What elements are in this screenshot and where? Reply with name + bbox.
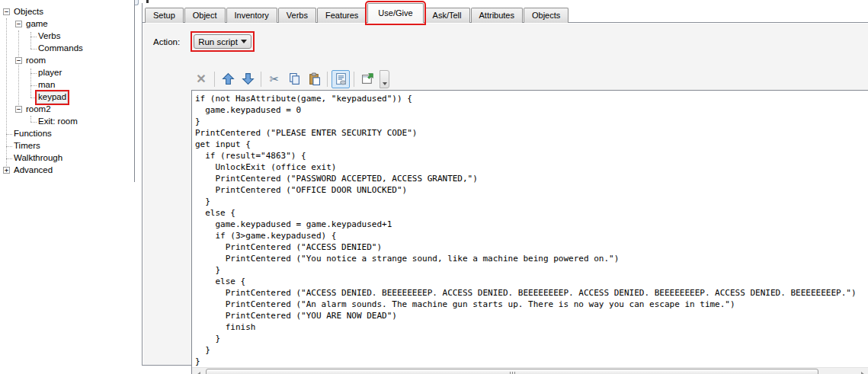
tree-item-label: Commands xyxy=(37,43,85,55)
chevron-down-icon xyxy=(241,40,247,43)
tree-connector xyxy=(6,18,7,171)
tree-connector xyxy=(6,146,12,147)
tree-item-label: room2 xyxy=(24,104,53,116)
tree-item-label: Exit: room xyxy=(37,116,79,128)
tree-item-label: Advanced xyxy=(12,165,54,177)
tree-connector xyxy=(30,73,37,74)
tree-connector xyxy=(30,49,37,50)
tree-connector xyxy=(30,32,31,49)
action-dropdown-value: Run script xyxy=(198,37,241,46)
tree-connector xyxy=(6,134,12,135)
use-give-tab-page: Action: Run script ✕✂ if (not HasAttribu… xyxy=(142,22,868,366)
script-toolbar: ✕✂ xyxy=(191,69,389,89)
tree-item-label: game xyxy=(24,18,50,30)
tab-inventory[interactable]: Inventory xyxy=(226,8,277,23)
delete-icon[interactable]: ✕ xyxy=(192,70,210,88)
scrollbar-thumb[interactable] xyxy=(206,369,818,374)
tab-attributes[interactable]: Attributes xyxy=(471,8,523,23)
expand-toggle-icon[interactable]: + xyxy=(3,167,10,174)
toolbar-options-icon[interactable] xyxy=(380,70,389,88)
tab-objects[interactable]: Objects xyxy=(524,8,569,23)
script-code[interactable]: if (not HasAttribute(game, "keypadused")… xyxy=(192,91,868,367)
tree-item-label: Functions xyxy=(12,128,53,140)
toolbar-separator xyxy=(354,72,354,87)
tree-item-label: player xyxy=(37,67,63,79)
tree-item-label: Timers xyxy=(12,140,42,152)
move-down-icon[interactable] xyxy=(239,70,257,88)
collapse-toggle-icon[interactable]: − xyxy=(15,57,22,64)
triangle-left-icon xyxy=(197,372,200,374)
popup-editor-icon[interactable] xyxy=(358,70,376,88)
tab-strip: SetupObjectInventoryVerbsFeaturesUse/Giv… xyxy=(145,3,569,23)
tree-item-label: Verbs xyxy=(37,30,62,43)
tab-features[interactable]: Features xyxy=(317,8,367,23)
tab-object[interactable]: Object xyxy=(184,8,226,23)
tree-item-label: man xyxy=(37,79,56,91)
move-up-icon[interactable] xyxy=(219,70,237,88)
triangle-right-icon xyxy=(861,372,865,374)
tab-verbs[interactable]: Verbs xyxy=(278,8,316,23)
tree-item-label: room xyxy=(24,55,47,67)
tree-item-label: Walkthrough xyxy=(12,152,64,165)
annotation-red-box: Run script xyxy=(191,31,255,52)
toolbar-separator xyxy=(327,72,328,87)
tree-item-label: keypad xyxy=(37,91,68,104)
horizontal-scrollbar[interactable] xyxy=(192,367,868,374)
copy-icon[interactable] xyxy=(285,70,303,88)
script-code-editor[interactable]: if (not HasAttribute(game, "keypadused")… xyxy=(191,90,868,374)
toolbar-separator xyxy=(261,72,261,87)
tab-use-give[interactable]: Use/Give xyxy=(367,3,423,23)
cut-icon[interactable]: ✂ xyxy=(265,70,283,88)
scroll-right-arrow[interactable] xyxy=(857,368,868,374)
collapse-toggle-icon[interactable]: − xyxy=(3,8,10,15)
panel-left-edge xyxy=(142,3,143,23)
tab-setup[interactable]: Setup xyxy=(145,8,184,23)
tree-connector xyxy=(30,122,37,123)
tree-connector xyxy=(30,85,37,86)
paste-icon[interactable] xyxy=(305,70,323,88)
tree-connector xyxy=(18,30,19,110)
action-dropdown[interactable]: Run script xyxy=(194,34,251,49)
tab-ask-tell[interactable]: Ask/Tell xyxy=(424,8,470,23)
tree-connector xyxy=(30,97,37,98)
tree-item-label: Objects xyxy=(12,6,45,18)
code-view-icon[interactable] xyxy=(332,70,350,88)
tree-connector xyxy=(6,158,12,159)
collapse-toggle-icon[interactable]: − xyxy=(15,106,22,113)
toolbar-separator xyxy=(214,72,215,87)
scroll-left-arrow[interactable] xyxy=(192,368,204,374)
action-label: Action: xyxy=(153,37,180,46)
object-tree-panel: −Objects−gameVerbsCommands−roomplayerman… xyxy=(0,0,135,182)
collapse-toggle-icon[interactable]: − xyxy=(15,21,22,27)
tree-connector xyxy=(30,116,31,122)
tree-connector xyxy=(30,37,37,37)
